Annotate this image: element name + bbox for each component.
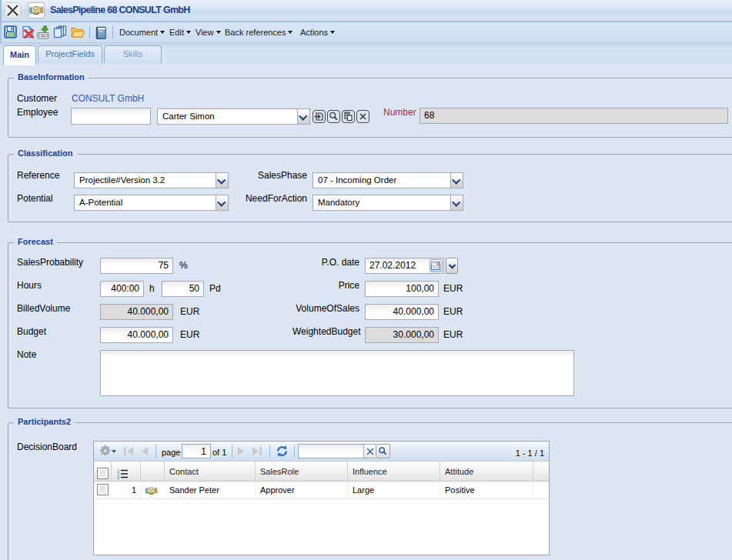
svg-text:3: 3 bbox=[117, 475, 119, 479]
